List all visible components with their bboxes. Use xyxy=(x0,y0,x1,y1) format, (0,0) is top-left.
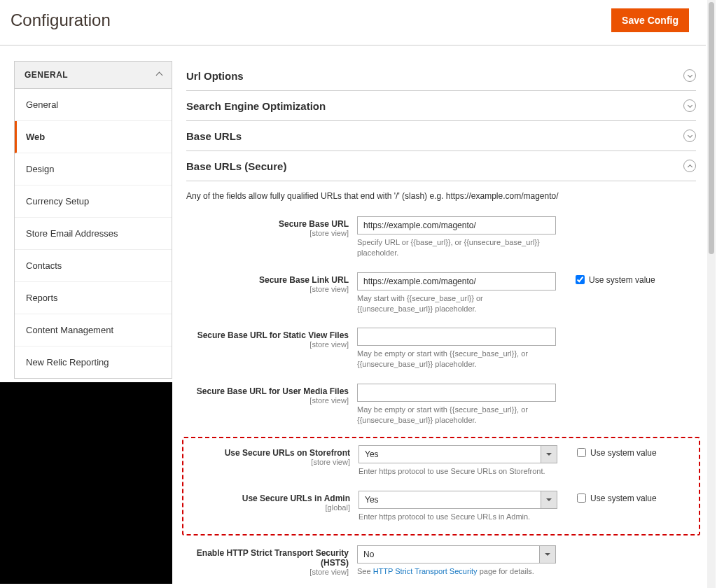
sidebar-group-label: GENERAL xyxy=(25,70,68,80)
use-system-value-label: Use system value xyxy=(589,275,655,285)
chevron-down-icon xyxy=(541,491,557,508)
scrollbar-thumb[interactable] xyxy=(709,2,714,254)
secure-admin-select[interactable]: Yes xyxy=(358,491,557,509)
field-secure-base-link-url: Secure Base Link URL[store view] May sta… xyxy=(186,270,696,320)
field-secure-base-url: Secure Base URL[store view] Specify URL … xyxy=(186,214,696,264)
sidebar-item-reports[interactable]: Reports xyxy=(15,282,172,314)
secure-base-link-url-input[interactable] xyxy=(357,272,556,290)
field-secure-admin: Use Secure URLs in Admin[global] Yes Ent… xyxy=(188,488,695,528)
use-system-value-checkbox[interactable] xyxy=(577,493,586,503)
section-seo[interactable]: Search Engine Optimization xyxy=(186,91,696,121)
dark-panel xyxy=(0,382,172,584)
section-title: Base URLs (Secure) xyxy=(186,160,286,172)
collapse-icon xyxy=(683,160,696,172)
sidebar-item-content-management[interactable]: Content Management xyxy=(15,314,172,346)
sidebar-item-store-email-addresses[interactable]: Store Email Addresses xyxy=(15,218,172,250)
field-note: May be empty or start with {{secure_base… xyxy=(357,405,556,426)
field-note: See HTTP Strict Transport Security page … xyxy=(357,566,556,577)
chevron-down-icon xyxy=(539,546,555,563)
sidebar-item-design[interactable]: Design xyxy=(15,153,172,186)
section-intro: Any of the fields allow fully qualified … xyxy=(186,191,696,201)
sidebar-item-web[interactable]: Web xyxy=(15,121,172,153)
section-url-options[interactable]: Url Options xyxy=(186,61,696,91)
section-body-secure: Any of the fields allow fully qualified … xyxy=(186,181,696,588)
section-base-urls-secure[interactable]: Base URLs (Secure) xyxy=(186,151,696,181)
section-title: Url Options xyxy=(186,70,244,82)
main-panel: Url Options Search Engine Optimization B… xyxy=(172,61,706,588)
section-title: Base URLs xyxy=(186,130,242,142)
section-title: Search Engine Optimization xyxy=(186,100,326,112)
sidebar: GENERAL GeneralWebDesignCurrency SetupSt… xyxy=(14,61,172,379)
page-title: Configuration xyxy=(11,10,111,30)
save-config-button[interactable]: Save Config xyxy=(611,8,689,32)
header-separator xyxy=(0,45,706,46)
section-base-urls[interactable]: Base URLs xyxy=(186,121,696,151)
use-system-value-label: Use system value xyxy=(590,448,657,458)
secure-media-url-input[interactable] xyxy=(357,384,556,402)
secure-base-url-input[interactable] xyxy=(357,216,556,234)
field-secure-static-url: Secure Base URL for Static View Files[st… xyxy=(186,325,696,375)
expand-icon xyxy=(683,130,696,142)
sidebar-item-currency-setup[interactable]: Currency Setup xyxy=(15,186,172,218)
secure-storefront-select[interactable]: Yes xyxy=(358,445,557,463)
field-secure-storefront: Use Secure URLs on Storefront[store view… xyxy=(188,442,695,482)
hsts-select[interactable]: No xyxy=(357,545,556,564)
hsts-link[interactable]: HTTP Strict Transport Security xyxy=(373,567,478,575)
highlighted-region: Use Secure URLs on Storefront[store view… xyxy=(182,437,700,536)
sidebar-item-general[interactable]: General xyxy=(15,89,172,121)
field-note: Enter https protocol to use Secure URLs … xyxy=(358,466,557,477)
page-header: Configuration Save Config xyxy=(0,0,706,45)
sidebar-group-general[interactable]: GENERAL xyxy=(14,61,172,89)
use-system-value-checkbox[interactable] xyxy=(577,448,586,457)
use-system-value-checkbox[interactable] xyxy=(576,275,585,284)
field-note: May start with {{secure_base_url}} or {{… xyxy=(357,293,556,314)
use-system-value-label: Use system value xyxy=(590,493,657,503)
field-note: Enter https protocol to use Secure URLs … xyxy=(358,512,557,522)
field-note: Specify URL or {{base_url}}, or {{unsecu… xyxy=(357,237,556,258)
expand-icon xyxy=(683,69,696,82)
field-hsts: Enable HTTP Strict Transport Security (H… xyxy=(186,542,696,582)
secure-static-url-input[interactable] xyxy=(357,328,556,346)
sidebar-item-new-relic-reporting[interactable]: New Relic Reporting xyxy=(15,346,172,378)
field-note: May be empty or start with {{secure_base… xyxy=(357,349,556,370)
chevron-down-icon xyxy=(541,446,557,463)
sidebar-item-contacts[interactable]: Contacts xyxy=(15,250,172,282)
scrollbar[interactable] xyxy=(707,0,716,588)
field-secure-media-url: Secure Base URL for User Media Files[sto… xyxy=(186,381,696,431)
chevron-up-icon xyxy=(156,71,163,78)
expand-icon xyxy=(683,99,696,112)
